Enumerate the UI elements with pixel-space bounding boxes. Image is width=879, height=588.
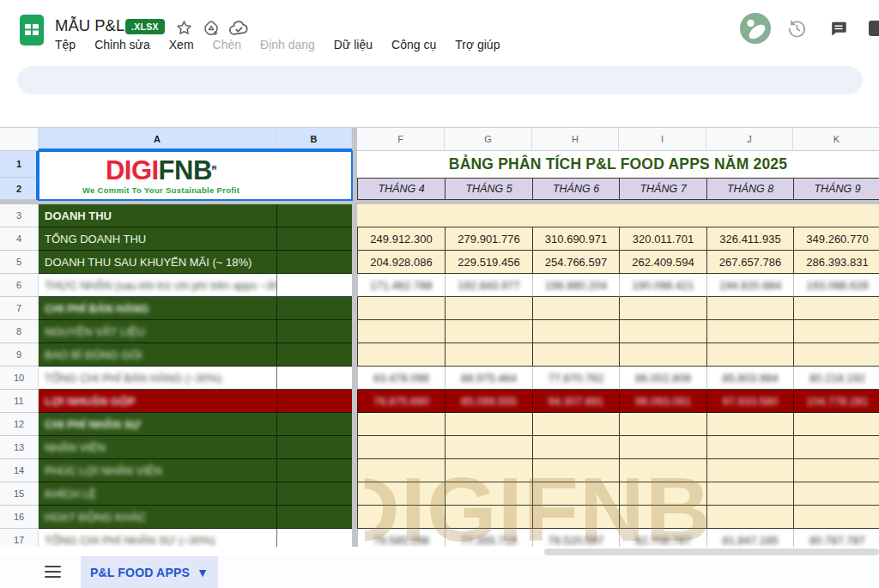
value-cell[interactable] <box>619 297 706 320</box>
column-header[interactable]: G <box>445 128 532 151</box>
row-label-cell[interactable]: PHÚC LỢI NHÂN VIÊN <box>39 459 276 482</box>
value-cell[interactable]: 80.787.787 <box>793 529 879 547</box>
value-cell[interactable] <box>619 436 706 459</box>
value-cell[interactable]: 81.847.185 <box>706 529 793 547</box>
value-cell[interactable]: 94.307.891 <box>532 390 619 413</box>
value-cell[interactable] <box>445 436 532 459</box>
value-cell[interactable] <box>793 436 879 459</box>
sheet-tab-active[interactable]: P&L FOOD APPS ▼ <box>81 556 218 588</box>
value-cell[interactable]: 286.393.831 <box>793 251 879 274</box>
sheet-main-title-cell[interactable]: BẢNG PHÂN TÍCH P&L FOOD APPS NĂM 2025 <box>357 151 879 178</box>
row-label-spill-cell[interactable] <box>276 367 352 390</box>
grid-corner[interactable] <box>0 128 39 151</box>
value-cell[interactable] <box>793 459 879 482</box>
value-cell[interactable] <box>706 297 793 320</box>
value-cell[interactable]: 85.803.984 <box>706 367 793 390</box>
document-title[interactable]: MẪU P&L <box>55 16 124 35</box>
value-cell[interactable] <box>445 297 532 320</box>
menu-item[interactable]: Công cụ <box>382 36 446 53</box>
value-cell[interactable] <box>445 482 532 506</box>
value-cell[interactable] <box>619 413 706 436</box>
row-label-cell[interactable]: TỔNG CHI PHÍ BÁN HÀNG (~30%) <box>39 367 276 390</box>
row-label-spill-cell[interactable] <box>276 274 352 297</box>
menu-item[interactable]: Trợ giúp <box>446 36 509 53</box>
value-cell[interactable]: 320.011.701 <box>619 227 706 251</box>
value-cell[interactable]: 204.928.086 <box>357 251 445 274</box>
value-cell[interactable]: 198.880.204 <box>532 274 619 297</box>
column-header[interactable]: B <box>276 128 352 151</box>
row-label-cell[interactable]: DOANH THU <box>39 204 276 227</box>
value-cell[interactable] <box>532 297 619 320</box>
value-cell[interactable]: 190.098.421 <box>619 274 706 297</box>
row-header[interactable]: 8 <box>0 320 39 343</box>
value-cell[interactable] <box>793 506 879 529</box>
value-cell[interactable] <box>357 482 445 506</box>
row-label-cell[interactable]: TỔNG DOANH THU <box>39 227 276 251</box>
value-cell[interactable] <box>706 320 793 343</box>
value-cell[interactable] <box>706 459 793 482</box>
column-header[interactable]: J <box>706 128 793 151</box>
value-cell[interactable]: 349.260.770 <box>793 227 879 251</box>
value-cell[interactable] <box>532 436 619 459</box>
value-cell[interactable]: 267.657.786 <box>706 251 793 274</box>
value-cell[interactable] <box>532 343 619 367</box>
value-cell[interactable] <box>793 343 879 367</box>
row-label-cell[interactable]: BAO BÌ ĐÓNG GÓI <box>39 343 276 367</box>
value-cell[interactable]: 229.519.456 <box>445 251 532 274</box>
value-cell[interactable]: 104.778.281 <box>793 390 879 413</box>
row-label-spill-cell[interactable] <box>276 529 352 547</box>
value-cell[interactable] <box>619 459 706 482</box>
row-header[interactable]: 4 <box>0 227 39 251</box>
value-cell[interactable] <box>357 506 445 529</box>
value-cell[interactable] <box>706 343 793 367</box>
row-label-cell[interactable]: LỢI NHUẬN GỘP <box>39 390 276 413</box>
all-sheets-icon[interactable] <box>45 566 61 578</box>
value-cell[interactable]: 254.766.597 <box>532 251 619 274</box>
column-header[interactable]: H <box>532 128 619 151</box>
row-label-spill-cell[interactable] <box>276 297 352 320</box>
value-cell[interactable] <box>357 320 445 343</box>
value-cell[interactable] <box>357 204 445 227</box>
avatar[interactable] <box>740 13 771 44</box>
value-cell[interactable]: 80.218.192 <box>793 367 879 390</box>
value-cell[interactable] <box>706 413 793 436</box>
value-cell[interactable]: 88.975.464 <box>445 367 532 390</box>
value-cell[interactable] <box>619 204 706 227</box>
column-header[interactable]: A <box>39 128 276 151</box>
row-header[interactable]: 2 <box>0 178 39 200</box>
sheet-tab-caret-icon[interactable]: ▼ <box>197 566 209 579</box>
row-header[interactable]: 14 <box>0 459 39 482</box>
value-cell[interactable] <box>619 343 706 367</box>
value-cell[interactable]: 193.088.628 <box>793 274 879 297</box>
value-cell[interactable] <box>706 482 793 506</box>
value-cell[interactable] <box>532 320 619 343</box>
value-cell[interactable]: 262.409.594 <box>619 251 706 274</box>
month-header-cell[interactable]: THÁNG 5 <box>445 178 532 200</box>
value-cell[interactable] <box>532 413 619 436</box>
value-cell[interactable]: 86.002.808 <box>619 367 706 390</box>
row-label-spill-cell[interactable] <box>276 251 352 274</box>
row-label-spill-cell[interactable] <box>276 413 352 436</box>
value-cell[interactable] <box>357 297 445 320</box>
logo-cell[interactable]: DIGIFNBR We Commit To Your Sustainable P… <box>39 151 352 200</box>
row-label-cell[interactable]: TỔNG CHI PHÍ NHÂN SỰ (~30%) <box>39 529 276 547</box>
month-header-cell[interactable]: THÁNG 8 <box>706 178 793 200</box>
value-cell[interactable] <box>357 413 445 436</box>
value-cell[interactable]: 79.585.298 <box>357 529 445 547</box>
value-cell[interactable] <box>532 204 619 227</box>
value-cell[interactable] <box>357 436 445 459</box>
value-cell[interactable]: 77.355.718 <box>445 529 532 547</box>
row-label-spill-cell[interactable] <box>276 320 352 343</box>
value-cell[interactable] <box>445 343 532 367</box>
month-header-cell[interactable]: THÁNG 7 <box>619 178 706 200</box>
value-cell[interactable] <box>619 506 706 529</box>
row-label-cell[interactable]: KHÍCH LỆ <box>39 482 276 506</box>
value-cell[interactable] <box>706 506 793 529</box>
value-cell[interactable] <box>706 204 793 227</box>
row-label-spill-cell[interactable] <box>276 204 352 227</box>
value-cell[interactable]: 82.708.787 <box>619 529 706 547</box>
column-header[interactable]: I <box>619 128 706 151</box>
value-cell[interactable] <box>619 482 706 506</box>
value-cell[interactable]: 78.520.587 <box>532 529 619 547</box>
row-label-cell[interactable]: NHÂN VIÊN <box>39 436 276 459</box>
